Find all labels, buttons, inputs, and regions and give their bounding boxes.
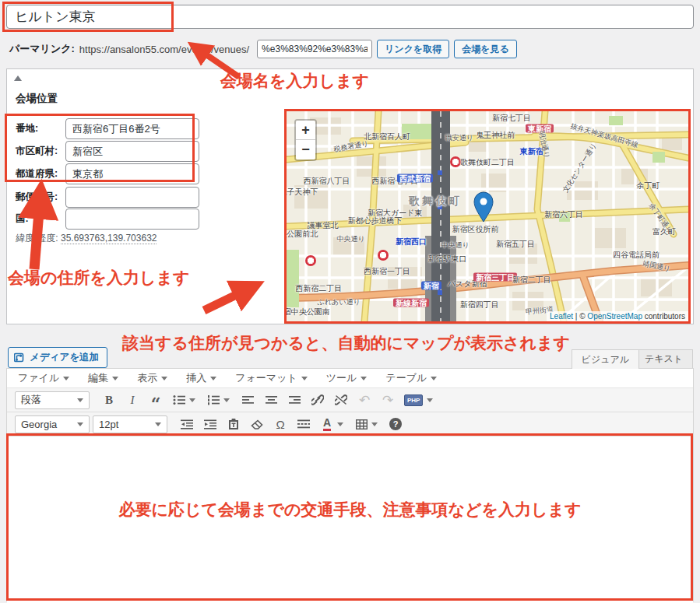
annotation-venue-address: 会場の住所を入力します [8, 267, 189, 289]
osm-link[interactable]: OpenStreetMap [587, 312, 642, 321]
content-editor: ファイル 編集 表示 挿入 フォーマット ツール テーブル 段落 B I “ [6, 368, 694, 601]
php-code-button[interactable]: PHP [404, 394, 423, 406]
numbered-list-button[interactable] [203, 391, 223, 409]
align-left-icon [242, 395, 254, 405]
italic-button[interactable]: I [122, 391, 142, 409]
permalink-url: https://ansalon55.com/events/venues/ [79, 44, 249, 55]
attribution-separator: | © [573, 312, 587, 321]
prefecture-input[interactable] [65, 163, 199, 184]
menu-format[interactable]: フォーマット [235, 371, 308, 385]
chevron-down-icon[interactable] [223, 398, 230, 402]
undo-button[interactable]: ↶ [354, 391, 375, 409]
unlink-icon [335, 394, 347, 405]
unlink-button[interactable] [331, 391, 351, 409]
permalink-slug-input[interactable] [257, 40, 372, 58]
paragraph-select[interactable]: 段落 [15, 391, 90, 409]
tab-visual[interactable]: ビジュアル [572, 349, 639, 369]
redo-button[interactable]: ↷ [378, 391, 398, 409]
venue-panel-title: 会場位置 [16, 92, 58, 106]
paste-as-text-button[interactable] [223, 415, 244, 433]
link-button[interactable] [308, 391, 328, 409]
page-break-button[interactable] [294, 415, 314, 433]
bold-button[interactable]: B [99, 391, 119, 409]
text-color-button[interactable]: A [317, 415, 337, 433]
postcode-input[interactable] [65, 187, 199, 208]
map-label: 中央通り [441, 242, 470, 250]
annotation-editor-body: 必要に応じて会場までの交通手段、注意事項などを入力します [7, 436, 693, 521]
map-label: 新宿駅東口 [427, 254, 466, 263]
map[interactable]: 税務署通り北新宿百人町西新宿八丁目西新宿七丁目成子天神下新宿七丁目職安通り鬼王神… [287, 111, 688, 321]
permalink-label: パーマリンク: [9, 42, 75, 56]
map-label: 税務署通り [332, 140, 368, 154]
latlng-label: 緯度/経度: [16, 233, 58, 244]
map-label: 職安通り [445, 135, 473, 142]
map-label: 新宿二丁目 [512, 275, 551, 284]
zoom-in-button[interactable]: + [296, 121, 315, 140]
map-label: 新宿西口 [396, 237, 427, 246]
menu-edit-label: 編集 [88, 371, 108, 385]
map-label: 中央通り [336, 236, 364, 244]
leaflet-link[interactable]: Leaflet [550, 312, 573, 321]
indent-button[interactable] [200, 415, 220, 433]
attribution-suffix: contributors [642, 312, 685, 321]
editor-content-area[interactable]: 必要に応じて会場までの交通手段、注意事項などを入力します [7, 436, 693, 603]
outdent-button[interactable] [177, 415, 197, 433]
map-label: 新宿大ガード東 [368, 208, 422, 216]
table-button[interactable] [351, 415, 371, 433]
map-label: 新宿六丁目 [544, 210, 583, 219]
eraser-icon [251, 419, 263, 429]
bullet-list-button[interactable] [169, 391, 189, 409]
latlng-value[interactable]: 35.693763,139.703632 [61, 233, 157, 244]
font-family-select[interactable]: Georgia [15, 415, 90, 433]
align-right-button[interactable] [284, 391, 304, 409]
map-label: 新宿三丁目 [473, 273, 517, 282]
align-center-button[interactable] [261, 391, 281, 409]
menu-insert[interactable]: 挿入 [186, 371, 216, 385]
font-family-value: Georgia [21, 419, 57, 430]
chevron-down-icon[interactable] [189, 398, 195, 402]
clear-formatting-button[interactable] [247, 415, 267, 433]
country-input[interactable] [65, 209, 199, 230]
blockquote-button[interactable]: “ [146, 391, 166, 409]
special-character-button[interactable]: Ω [270, 415, 290, 433]
numbered-list-icon [207, 394, 220, 405]
view-venue-button[interactable]: 会場を見る [454, 40, 517, 58]
chevron-down-icon[interactable] [427, 398, 433, 402]
zoom-out-button[interactable]: − [296, 140, 315, 160]
media-icon [14, 352, 26, 363]
venue-title-input[interactable] [6, 5, 694, 29]
menu-insert-label: 挿入 [186, 371, 206, 385]
chevron-down-icon[interactable] [337, 422, 343, 426]
map-labels: 税務署通り北新宿百人町西新宿八丁目西新宿七丁目成子天神下新宿七丁目職安通り鬼王神… [287, 111, 688, 321]
chevron-down-icon [155, 422, 161, 426]
font-size-select[interactable]: 12pt [93, 415, 167, 433]
chevron-down-icon[interactable] [371, 422, 378, 426]
align-right-icon [289, 395, 301, 405]
map-label: 新宿五丁目 [496, 240, 535, 248]
address-label: 番地: [16, 122, 65, 135]
menu-file[interactable]: ファイル [18, 371, 69, 385]
menu-table[interactable]: テーブル [385, 371, 437, 385]
get-link-button[interactable]: リンクを取得 [377, 40, 449, 58]
align-center-icon [266, 395, 277, 405]
city-input[interactable] [65, 141, 199, 162]
add-media-button[interactable]: メディアを追加 [8, 347, 107, 368]
align-left-button[interactable] [237, 391, 258, 409]
menu-view-label: 表示 [137, 371, 157, 385]
address-input[interactable] [65, 118, 199, 139]
map-label: 新宿 [421, 282, 441, 290]
map-label: 余丁町 [636, 181, 660, 189]
link-icon [311, 394, 324, 405]
map-label: 靖国通り [642, 260, 670, 273]
tab-text[interactable]: テキスト [635, 349, 693, 368]
menu-edit[interactable]: 編集 [88, 371, 118, 385]
menu-table-label: テーブル [385, 371, 427, 385]
map-label: 新宿区役所前 [452, 225, 499, 233]
editor-toolbar-row2: Georgia 12pt Ω A ? [7, 412, 693, 436]
menu-tools[interactable]: ツール [326, 371, 368, 385]
chevron-down-icon [161, 377, 167, 380]
postcode-field-row: 郵便番号: [16, 187, 199, 208]
menu-view[interactable]: 表示 [137, 371, 167, 385]
help-button[interactable]: ? [385, 415, 406, 433]
panel-collapse-icon[interactable] [14, 75, 22, 81]
